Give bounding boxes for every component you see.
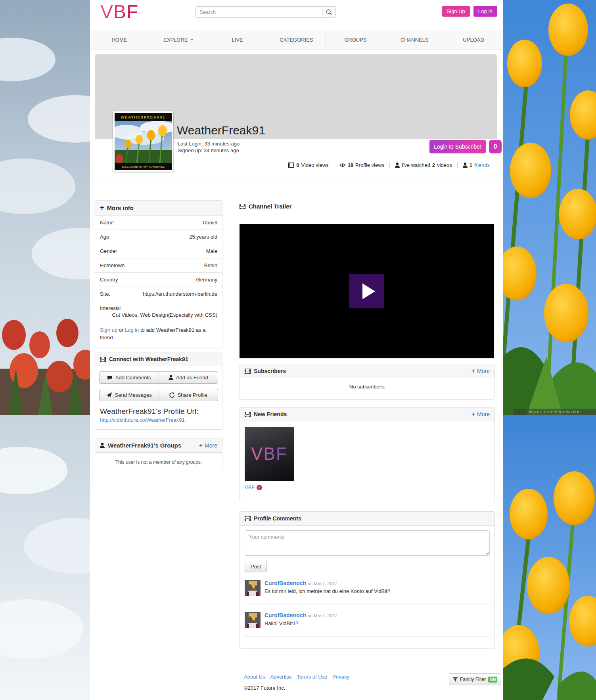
commenter-avatar bbox=[245, 612, 261, 628]
connect-buttons-row-1: Add Comments Add as Friend bbox=[99, 371, 218, 384]
info-label: Gender bbox=[100, 248, 117, 254]
button-label: Send Messages bbox=[115, 392, 152, 398]
nav-item-groups[interactable]: GROUPS bbox=[326, 30, 385, 49]
profile-url-link[interactable]: http://vidbitfuture.co/WeatherFreak91 bbox=[100, 417, 217, 423]
friends-link[interactable]: friends bbox=[474, 162, 490, 168]
friend-name-link[interactable]: VBF bbox=[245, 484, 255, 490]
verified-badge-icon: ✓ bbox=[257, 485, 262, 490]
signed-up-text: Signed up: 34 minutes ago bbox=[178, 147, 239, 153]
channel-trailer-header: Channel Trailer bbox=[240, 203, 291, 210]
comment-author-link[interactable]: CurofBadenoch bbox=[264, 580, 306, 586]
new-friends-more-link[interactable]: + More bbox=[471, 411, 490, 417]
profile-url-label: WeatherFreak91's Profile Url: bbox=[100, 407, 217, 416]
nav-item-live[interactable]: LIVE bbox=[208, 30, 267, 49]
nav-label: LIVE bbox=[232, 37, 243, 43]
post-button[interactable]: Post bbox=[245, 561, 267, 572]
wallpaper-watermark: WALLPAPERSWIDE bbox=[514, 409, 596, 415]
friend-thumb-text: VBF bbox=[251, 444, 287, 464]
more-label: More bbox=[477, 411, 490, 417]
wallpaper-left-tile-1 bbox=[0, 0, 90, 415]
comment-input[interactable] bbox=[245, 530, 490, 556]
new-friends-title: New Friends bbox=[254, 411, 287, 417]
groups-title: WeatherFreak91's Groups bbox=[108, 442, 181, 449]
filter-icon bbox=[453, 677, 458, 682]
button-label: Add Comments bbox=[115, 375, 151, 381]
film-icon bbox=[245, 412, 251, 417]
plus-icon: + bbox=[199, 442, 203, 449]
connect-header: Connect with WeatherFreak91 bbox=[95, 352, 222, 366]
more-info-header: + More info bbox=[95, 201, 222, 215]
add-comments-button[interactable]: Add Comments bbox=[99, 371, 159, 384]
info-label: Name bbox=[100, 220, 114, 226]
nav-item-home[interactable]: HOME bbox=[90, 30, 149, 49]
nav-item-categories[interactable]: CATEGORIES bbox=[267, 30, 326, 49]
login-button[interactable]: Log In bbox=[473, 6, 497, 17]
comment-head: CurofBadenochon Mar 1, 2017 bbox=[264, 580, 390, 586]
more-label: More bbox=[477, 368, 490, 374]
stat-label: Video views bbox=[301, 162, 328, 168]
signup-link[interactable]: Sign up bbox=[100, 327, 117, 333]
send-messages-button[interactable]: Send Messages bbox=[99, 389, 159, 401]
comment-date: on Mar 1, 2017 bbox=[308, 613, 337, 618]
comment-text: Es tut mir leid, ich meinte hat du eine … bbox=[264, 588, 390, 594]
nav-item-upload[interactable]: UPLOAD bbox=[444, 30, 503, 49]
plus-icon: + bbox=[471, 368, 475, 374]
family-filter-button[interactable]: Family Filter ON bbox=[449, 673, 501, 685]
new-friends-panel: New Friends + More VBF VBF ✓ bbox=[240, 407, 495, 502]
footer-link-privacy[interactable]: Privacy bbox=[332, 674, 349, 680]
friend-thumbnail-vbf[interactable]: VBF bbox=[245, 427, 294, 481]
connect-panel: Connect with WeatherFreak91 Add Comments… bbox=[95, 352, 222, 430]
friend-name-row: VBF ✓ bbox=[245, 484, 494, 490]
more-info-title: More info bbox=[107, 205, 134, 211]
comment-author-link[interactable]: CurofBadenoch bbox=[264, 612, 306, 618]
plus-icon: + bbox=[471, 411, 475, 417]
signup-button[interactable]: Sign Up bbox=[442, 6, 470, 17]
footer-link-terms[interactable]: Terms of Use bbox=[297, 674, 328, 680]
main-nav: HOME EXPLORE LIVE CATEGORIES GROUPS CHAN… bbox=[90, 30, 503, 50]
profile-stats: 0 Video views 18 Profile views I've watc… bbox=[283, 162, 490, 168]
nav-label: HOME bbox=[111, 37, 127, 43]
info-row-age: Age 25 years old bbox=[95, 230, 222, 244]
subscribers-more-link[interactable]: + More bbox=[471, 368, 490, 374]
info-value: Berlin bbox=[204, 262, 217, 268]
info-label: Site: bbox=[100, 291, 110, 297]
comment-head: CurofBadenochon Mar 1, 2017 bbox=[264, 612, 337, 618]
play-button[interactable] bbox=[349, 274, 384, 308]
nav-item-explore[interactable]: EXPLORE bbox=[149, 30, 208, 49]
subscribers-header: Subscribers + More bbox=[240, 364, 494, 378]
footer-link-about[interactable]: About Us bbox=[244, 674, 265, 680]
film-icon bbox=[245, 369, 251, 374]
comment-content: CurofBadenochon Mar 1, 2017 Hallo! VidBI… bbox=[264, 612, 337, 628]
comment-bubble-icon bbox=[107, 375, 113, 380]
user-icon bbox=[395, 163, 400, 168]
search-input[interactable] bbox=[195, 6, 322, 18]
info-row-name: Name Daniel bbox=[95, 215, 222, 230]
add-friend-button[interactable]: Add as Friend bbox=[159, 371, 218, 384]
stat-watched-videos: I've watched 2 videos bbox=[390, 162, 458, 168]
avatar-image bbox=[245, 612, 261, 628]
share-profile-button[interactable]: Share Profile bbox=[159, 389, 218, 401]
video-player[interactable] bbox=[240, 224, 494, 358]
eye-icon bbox=[339, 163, 346, 167]
nav-item-channels[interactable]: CHANNELS bbox=[385, 30, 444, 49]
groups-panel: WeatherFreak91's Groups + More This user… bbox=[95, 438, 222, 471]
film-icon bbox=[240, 204, 245, 209]
info-row-interests: Interests: bbox=[95, 301, 222, 312]
commenter-avatar bbox=[245, 580, 261, 596]
info-value: 25 years old bbox=[189, 234, 217, 240]
profile-comments-header: Profile Comments bbox=[240, 512, 494, 526]
footer-link-advertise[interactable]: Advertise bbox=[270, 674, 291, 680]
login-link[interactable]: Log in bbox=[125, 327, 139, 333]
comment-date: on Mar 1, 2017 bbox=[308, 581, 337, 586]
film-icon bbox=[100, 357, 106, 362]
signup-note: Sign up or Log in to add WeatherFreak91 … bbox=[95, 322, 222, 348]
search-button[interactable] bbox=[322, 6, 336, 18]
subscribe-button[interactable]: Login to Subscribe! bbox=[429, 140, 486, 153]
plus-icon: + bbox=[100, 204, 104, 211]
groups-more-link[interactable]: + More bbox=[199, 442, 217, 449]
avatar: WEATHERFREAK91 bbox=[113, 111, 173, 172]
brand-logo[interactable]: VBF bbox=[100, 1, 138, 23]
stat-label: Profile views bbox=[355, 162, 384, 168]
share-icon bbox=[169, 392, 175, 398]
site-link[interactable]: https://en.thunderstorm-berlin.de bbox=[143, 291, 217, 297]
